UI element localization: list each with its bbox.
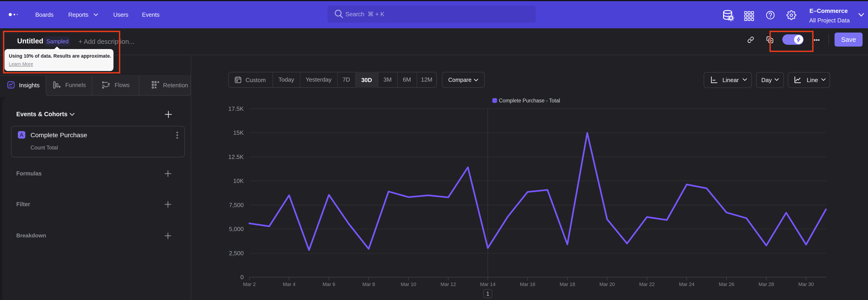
- svg-text:Mar 18: Mar 18: [560, 281, 575, 287]
- svg-text:Mar 20: Mar 20: [599, 281, 615, 287]
- svg-text:Mar 22: Mar 22: [639, 281, 655, 287]
- svg-text:1: 1: [486, 290, 489, 297]
- svg-text:Complete Purchase - Total: Complete Purchase - Total: [499, 98, 560, 103]
- svg-text:Mar 8: Mar 8: [362, 281, 375, 287]
- svg-text:Mar 4: Mar 4: [283, 281, 296, 287]
- svg-text:Mar 30: Mar 30: [798, 281, 814, 287]
- svg-text:Mar 14: Mar 14: [480, 281, 495, 287]
- svg-text:12.5K: 12.5K: [228, 153, 244, 160]
- svg-text:5,000: 5,000: [229, 226, 244, 232]
- svg-text:2,500: 2,500: [229, 250, 244, 257]
- svg-text:Mar 16: Mar 16: [520, 281, 535, 287]
- svg-text:Mar 28: Mar 28: [758, 281, 774, 287]
- svg-text:Mar 6: Mar 6: [322, 281, 335, 287]
- svg-text:17.5K: 17.5K: [228, 106, 244, 112]
- svg-text:10K: 10K: [233, 177, 244, 184]
- svg-text:Mar 26: Mar 26: [719, 281, 734, 287]
- svg-text:15K: 15K: [233, 129, 244, 136]
- svg-text:Mar 2: Mar 2: [243, 281, 256, 287]
- svg-text:Mar 10: Mar 10: [401, 281, 416, 287]
- svg-text:0: 0: [241, 274, 244, 280]
- svg-text:7,500: 7,500: [229, 202, 244, 208]
- svg-text:Mar 24: Mar 24: [679, 281, 694, 287]
- svg-text:Mar 12: Mar 12: [440, 281, 456, 287]
